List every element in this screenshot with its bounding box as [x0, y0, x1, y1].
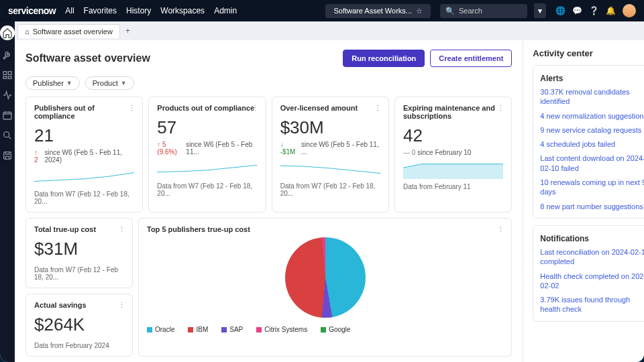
- delta-flat: — 0: [403, 149, 415, 156]
- alert-link[interactable]: 10 renewals coming up in next 90 days: [540, 178, 644, 197]
- card-over-licensed: ⋮ Over-licensed amount $30M ↓ -$1Msince …: [272, 97, 389, 213]
- legend-google: Google: [329, 326, 350, 333]
- card-value: 21: [34, 125, 134, 146]
- card-title: Top 5 publishers true-up cost: [147, 225, 503, 233]
- card-title: Expiring maintenance and subscriptions: [403, 104, 503, 120]
- filter-publisher[interactable]: Publisher▼: [25, 76, 80, 90]
- card-footer: Data from February 11: [403, 183, 503, 190]
- delta-sub: since W6 (Feb 5 - Feb 11, ...: [301, 141, 380, 156]
- alert-link[interactable]: 8 new part number suggestions: [540, 202, 644, 211]
- top-nav: servicenow All Favorites History Workspa…: [0, 0, 644, 21]
- chevron-down-icon: ▼: [66, 80, 72, 86]
- card-title: Actual savings: [34, 301, 124, 309]
- alert-link[interactable]: 4 scheduled jobs failed: [540, 139, 644, 149]
- help-icon[interactable]: ❔: [589, 6, 599, 15]
- card-menu-icon[interactable]: ⋮: [497, 104, 504, 113]
- chevron-down-icon: ▼: [121, 80, 127, 86]
- rail-wrench-icon[interactable]: [2, 50, 13, 60]
- pie-chart: [285, 237, 366, 318]
- card-menu-icon[interactable]: ⋮: [497, 225, 504, 234]
- card-trueup: ⋮ Total true-up cost $31M Data from W7 (…: [25, 218, 133, 288]
- notifications-panel: Notifications Last reconciliation on 202…: [533, 225, 644, 322]
- card-menu-icon[interactable]: ⋮: [252, 104, 259, 113]
- notifications-heading: Notifications: [540, 234, 644, 243]
- legend-sap: SAP: [229, 326, 243, 333]
- activity-center: Activity center Alerts 30.37K removal ca…: [523, 40, 644, 362]
- avatar[interactable]: [623, 4, 636, 17]
- search-icon: 🔍: [445, 7, 455, 15]
- filter-product[interactable]: Product▼: [85, 76, 134, 90]
- activity-title: Activity center: [533, 48, 644, 58]
- card-footer: Data from W7 (Feb 12 - Feb 18, 20...: [34, 266, 124, 281]
- card-menu-icon[interactable]: ⋮: [118, 225, 125, 234]
- alert-link[interactable]: 30.37K removal candidates identified: [540, 87, 644, 107]
- card-title: Publishers out of compliance: [34, 104, 134, 120]
- card-actual-savings: ⋮ Actual savings $264K Data from Februar…: [25, 294, 133, 357]
- tab-strip: ⌂Software asset overview + ⋯: [15, 21, 644, 40]
- svg-rect-1: [8, 72, 11, 75]
- nav-history[interactable]: History: [126, 6, 151, 15]
- rail-calendar-icon[interactable]: [2, 110, 13, 121]
- nav-items: All Favorites History Workspaces Admin: [65, 6, 237, 15]
- card-title: Total true-up cost: [34, 225, 124, 233]
- delta-sub: since February 10: [417, 149, 471, 156]
- svg-point-5: [4, 132, 9, 137]
- card-value: $264K: [34, 314, 124, 335]
- nav-all[interactable]: All: [65, 6, 74, 15]
- rail-save-icon[interactable]: [2, 150, 13, 161]
- page-title: Software asset overview: [25, 52, 150, 64]
- card-value: 57: [157, 117, 257, 138]
- card-footer: Data from W7 (Feb 12 - Feb 18, 20...: [280, 182, 380, 197]
- rail-activity-icon[interactable]: [2, 90, 13, 101]
- new-tab-button[interactable]: +: [120, 26, 136, 36]
- chat-icon[interactable]: 💬: [572, 6, 582, 15]
- star-icon[interactable]: ☆: [416, 7, 423, 15]
- card-value: $30M: [280, 117, 380, 138]
- nav-workspaces[interactable]: Workspaces: [160, 6, 205, 15]
- card-menu-icon[interactable]: ⋮: [118, 301, 125, 310]
- card-value: 42: [403, 125, 503, 146]
- card-footer: Data from February 2024: [34, 342, 124, 349]
- card-footer: Data from W7 (Feb 12 - Feb 18, 20...: [157, 182, 257, 197]
- svg-rect-3: [8, 76, 11, 78]
- global-search[interactable]: 🔍Search: [440, 4, 527, 18]
- globe-icon[interactable]: 🌐: [555, 6, 566, 15]
- svg-rect-6: [4, 152, 11, 160]
- side-rail: [0, 21, 15, 362]
- nav-favorites[interactable]: Favorites: [84, 6, 117, 15]
- notification-link[interactable]: Last reconciliation on 2024-02-12 comple…: [540, 247, 644, 267]
- bell-icon[interactable]: 🔔: [606, 6, 616, 15]
- delta-sub: since W6 (Feb 5 - Feb 11, 2024): [44, 149, 134, 164]
- card-products-ooc: ⋮ Products out of compliance 57 ↑ 5 (9.6…: [148, 97, 266, 213]
- card-menu-icon[interactable]: ⋮: [374, 104, 382, 113]
- alert-link[interactable]: 4 new normalization suggestions: [540, 111, 644, 121]
- nav-admin[interactable]: Admin: [214, 6, 237, 15]
- rail-home-icon[interactable]: [0, 25, 15, 40]
- delta-up: ↑ 5 (9.6%): [157, 141, 184, 156]
- run-reconciliation-button[interactable]: Run reconciliation: [343, 50, 425, 67]
- delta-sub: since W6 (Feb 5 - Feb 11...: [186, 141, 257, 156]
- alert-link[interactable]: 9 new service catalog requests: [540, 125, 644, 135]
- brand-logo: servicenow: [8, 5, 56, 16]
- card-expiring: ⋮ Expiring maintenance and subscriptions…: [394, 97, 512, 213]
- svg-rect-2: [3, 76, 7, 78]
- search-dropdown[interactable]: ▾: [534, 3, 546, 18]
- notification-link[interactable]: 3.79K issues found through health check: [540, 295, 644, 314]
- card-footer: Data from W7 (Feb 12 - Feb 18, 20...: [34, 190, 134, 205]
- alert-link[interactable]: Last content download on 2024-02-10 fail…: [540, 154, 644, 173]
- rail-search-icon[interactable]: [2, 130, 13, 141]
- card-publishers-ooc: ⋮ Publishers out of compliance 21 ↑ 2sin…: [25, 97, 143, 213]
- workspace-pill[interactable]: Software Asset Works...☆: [325, 4, 431, 18]
- create-entitlement-button[interactable]: Create entitlement: [430, 50, 512, 67]
- delta-up: ↑ 2: [34, 149, 42, 164]
- card-menu-icon[interactable]: ⋮: [128, 104, 136, 113]
- tab-overview[interactable]: ⌂Software asset overview: [17, 24, 120, 38]
- legend-oracle: Oracle: [155, 326, 174, 333]
- legend-citrix: Citrix Systems: [264, 326, 307, 333]
- card-title: Over-licensed amount: [280, 104, 380, 112]
- alerts-panel: Alerts 30.37K removal candidates identif…: [533, 65, 644, 219]
- rail-list-icon[interactable]: [2, 70, 13, 80]
- alerts-heading: Alerts: [540, 74, 644, 83]
- svg-rect-4: [3, 112, 11, 119]
- notification-link[interactable]: Health check completed on 2024-02-02: [540, 272, 644, 291]
